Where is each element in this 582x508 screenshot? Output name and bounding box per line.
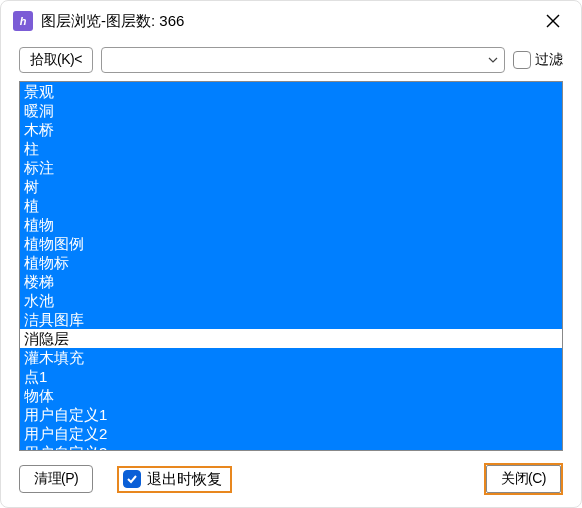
close-button[interactable]: 关闭(C) [486,465,561,493]
list-item[interactable]: 植物 [20,215,562,234]
filter-combobox[interactable] [101,47,505,73]
list-item[interactable]: 标注 [20,158,562,177]
toolbar: 拾取(K)< 过滤 [1,41,581,79]
list-item[interactable]: 景观 [20,82,562,101]
filter-toggle[interactable]: 过滤 [513,51,563,69]
list-item[interactable]: 灌木填充 [20,348,562,367]
chevron-down-icon [488,52,498,68]
list-item[interactable]: 木桥 [20,120,562,139]
restore-checkbox[interactable] [123,470,141,488]
pick-button[interactable]: 拾取(K)< [19,47,93,73]
list-item[interactable]: 柱 [20,139,562,158]
layer-listbox[interactable]: 景观暖洞木桥柱标注树植植物植物图例植物标楼梯水池洁具图库消隐层灌木填充点1物体用… [20,82,562,450]
filter-checkbox[interactable] [513,51,531,69]
window-title: 图层浏览-图层数: 366 [41,12,184,31]
app-icon: h [13,11,33,31]
close-button-highlight: 关闭(C) [484,463,563,495]
list-item[interactable]: 用户自定义3 [20,443,562,450]
list-item[interactable]: 消隐层 [20,329,562,348]
list-item[interactable]: 植 [20,196,562,215]
restore-on-exit-group[interactable]: 退出时恢复 [117,466,232,493]
list-item[interactable]: 暖洞 [20,101,562,120]
list-item[interactable]: 用户自定义1 [20,405,562,424]
titlebar: h 图层浏览-图层数: 366 [1,1,581,41]
list-item[interactable]: 树 [20,177,562,196]
list-item[interactable]: 植物图例 [20,234,562,253]
close-icon [546,14,560,28]
list-item[interactable]: 物体 [20,386,562,405]
check-icon [126,473,138,485]
dialog-window: h 图层浏览-图层数: 366 拾取(K)< 过滤 景观暖洞木桥柱标注树植植物植… [0,0,582,508]
layer-list-container: 景观暖洞木桥柱标注树植植物植物图例植物标楼梯水池洁具图库消隐层灌木填充点1物体用… [19,81,563,451]
window-close-button[interactable] [537,5,569,37]
filter-label: 过滤 [535,51,563,69]
list-item[interactable]: 植物标 [20,253,562,272]
footer: 清理(P) 退出时恢复 关闭(C) [1,457,581,507]
list-item[interactable]: 洁具图库 [20,310,562,329]
list-item[interactable]: 水池 [20,291,562,310]
clean-button[interactable]: 清理(P) [19,465,93,493]
list-item[interactable]: 楼梯 [20,272,562,291]
list-item[interactable]: 点1 [20,367,562,386]
list-item[interactable]: 用户自定义2 [20,424,562,443]
restore-label: 退出时恢复 [147,470,222,489]
